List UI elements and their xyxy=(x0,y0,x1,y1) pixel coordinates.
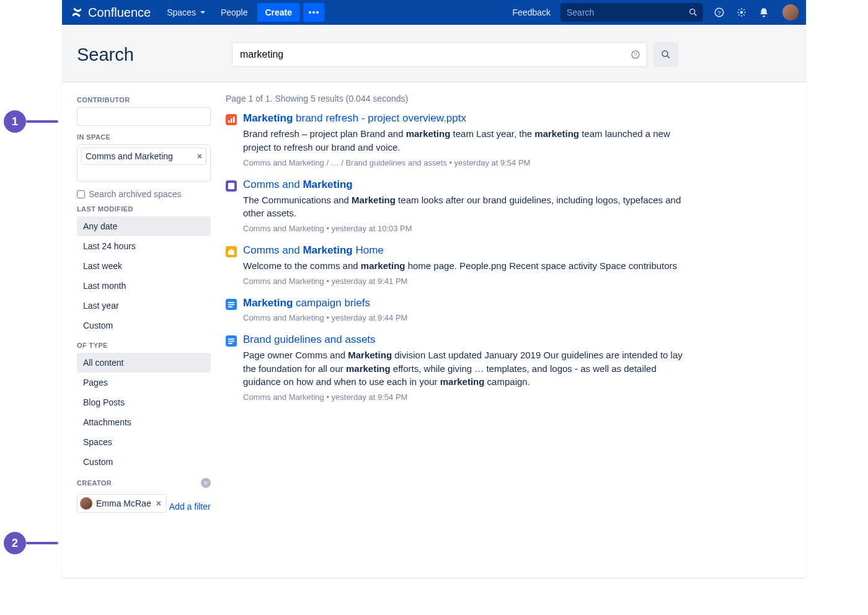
annotation-line-2 xyxy=(26,542,58,544)
result-snippet: Page owner Comms and Marketing division … xyxy=(243,348,689,389)
result-type-icon xyxy=(226,180,237,192)
filter-option[interactable]: Attachments xyxy=(77,412,211,432)
add-filter-link[interactable]: Add a filter xyxy=(169,502,211,511)
result-title[interactable]: Marketing brand refresh - project overvi… xyxy=(243,112,689,125)
remove-creator-chip[interactable]: × xyxy=(156,498,161,508)
search-result: Comms and MarketingThe Communications an… xyxy=(226,179,791,234)
svg-rect-20 xyxy=(228,302,234,303)
svg-text:?: ? xyxy=(634,52,637,58)
filter-option[interactable]: Any date xyxy=(77,216,211,236)
help-button[interactable]: ? xyxy=(708,0,730,25)
in-space-input[interactable]: Comms and Marketing × xyxy=(77,144,211,182)
result-title[interactable]: Marketing campaign briefs xyxy=(243,297,689,309)
filter-option[interactable]: Last 24 hours xyxy=(77,236,211,256)
svg-rect-26 xyxy=(228,343,232,344)
result-title[interactable]: Comms and Marketing xyxy=(243,179,689,191)
results-meta: Page 1 of 1. Showing 5 results (0.044 se… xyxy=(226,94,791,104)
last-modified-label: LAST MODIFIED xyxy=(77,205,211,213)
nav-spaces[interactable]: Spaces xyxy=(159,0,213,25)
topbar-search[interactable] xyxy=(560,3,703,22)
filter-option[interactable]: Custom xyxy=(77,316,211,335)
filter-option[interactable]: Blog Posts xyxy=(77,392,211,412)
filter-option[interactable]: Spaces xyxy=(77,432,211,452)
result-type-icon xyxy=(226,299,237,310)
search-result: Comms and Marketing HomeWelcome to the c… xyxy=(226,244,791,286)
svg-line-4 xyxy=(694,14,696,15)
svg-point-10 xyxy=(662,51,668,56)
search-query-input[interactable] xyxy=(232,42,647,67)
topbar-search-input[interactable] xyxy=(565,7,688,18)
of-type-label: OF TYPE xyxy=(77,342,211,349)
contributor-input[interactable] xyxy=(77,107,211,126)
more-menu-button[interactable] xyxy=(303,3,324,22)
filter-option[interactable]: Last month xyxy=(77,276,211,296)
brand-logo[interactable]: Confluence xyxy=(62,6,159,20)
svg-rect-21 xyxy=(228,304,234,305)
creator-label: CREATOR xyxy=(77,479,112,487)
filter-option[interactable]: Pages xyxy=(77,373,211,392)
result-snippet: Welcome to the comms and marketing home … xyxy=(243,259,689,273)
creator-avatar xyxy=(80,497,92,510)
space-chip: Comms and Marketing × xyxy=(81,148,206,165)
confluence-icon xyxy=(71,6,83,19)
result-title[interactable]: Comms and Marketing Home xyxy=(243,244,689,257)
creator-name: Emma McRae xyxy=(96,498,151,508)
contributor-label: CONTRIBUTOR xyxy=(77,96,211,104)
svg-point-7 xyxy=(740,11,743,14)
result-type-icon xyxy=(226,246,237,257)
space-chip-label: Comms and Marketing xyxy=(86,151,173,162)
brand-name: Confluence xyxy=(88,6,151,20)
filter-sidebar: CONTRIBUTOR IN SPACE Comms and Marketing… xyxy=(62,82,222,578)
settings-button[interactable] xyxy=(730,0,753,25)
svg-rect-22 xyxy=(228,306,232,308)
svg-rect-25 xyxy=(228,340,234,342)
result-path: Comms and Marketing • yesterday at 10:03… xyxy=(243,224,689,233)
annotation-line-1 xyxy=(26,120,58,123)
result-path: Comms and Marketing • yesterday at 9:54 … xyxy=(243,392,689,402)
search-header: Search ? xyxy=(62,25,806,82)
svg-point-2 xyxy=(316,11,319,14)
feedback-link[interactable]: Feedback xyxy=(503,7,560,17)
annotation-badge-1: 1 xyxy=(4,110,26,133)
result-path: Comms and Marketing • yesterday at 9:44 … xyxy=(243,313,689,322)
user-avatar[interactable] xyxy=(782,4,799,20)
filter-option[interactable]: Custom xyxy=(77,452,211,472)
svg-text:?: ? xyxy=(717,9,721,16)
help-icon: ? xyxy=(714,7,725,18)
nav-people[interactable]: People xyxy=(213,0,255,25)
last-modified-options: Any dateLast 24 hoursLast weekLast month… xyxy=(77,216,211,335)
nav-people-label: People xyxy=(221,7,248,17)
ellipsis-icon xyxy=(309,11,319,14)
svg-point-1 xyxy=(312,11,315,14)
filter-option[interactable]: All content xyxy=(77,353,211,373)
creator-chip: Emma McRae × xyxy=(77,494,167,513)
archived-spaces-toggle[interactable]: Search archived spaces xyxy=(77,189,211,199)
svg-point-3 xyxy=(690,9,695,14)
svg-rect-17 xyxy=(228,183,234,189)
result-type-icon xyxy=(226,114,237,125)
search-submit-button[interactable] xyxy=(653,42,678,67)
in-space-label: IN SPACE xyxy=(77,133,211,141)
svg-rect-13 xyxy=(228,120,230,123)
notifications-button[interactable] xyxy=(753,0,775,25)
result-snippet: The Communications and Marketing team lo… xyxy=(243,193,689,221)
result-snippet: Brand refresh – project plan Brand and m… xyxy=(243,127,689,154)
search-help-button[interactable]: ? xyxy=(630,49,641,60)
filter-option[interactable]: Last year xyxy=(77,296,211,316)
of-type-options: All contentPagesBlog PostsAttachmentsSpa… xyxy=(77,353,211,472)
app-window: Confluence Spaces People Create Feedback… xyxy=(62,0,806,578)
result-path: Comms and Marketing • yesterday at 9:41 … xyxy=(243,277,689,286)
create-button[interactable]: Create xyxy=(257,3,299,22)
clear-creator-button[interactable]: × xyxy=(201,478,211,488)
svg-line-11 xyxy=(667,56,670,58)
search-results: Page 1 of 1. Showing 5 results (0.044 se… xyxy=(222,82,806,578)
filter-option[interactable]: Last week xyxy=(77,256,211,276)
result-type-icon xyxy=(226,335,237,347)
gear-icon xyxy=(736,7,747,18)
search-result: Marketing brand refresh - project overvi… xyxy=(226,112,791,167)
search-heading: Search xyxy=(77,45,219,65)
result-title[interactable]: Brand guidelines and assets xyxy=(243,334,689,346)
archived-checkbox[interactable] xyxy=(77,190,85,198)
remove-space-chip[interactable]: × xyxy=(197,151,202,161)
svg-rect-24 xyxy=(228,338,234,340)
